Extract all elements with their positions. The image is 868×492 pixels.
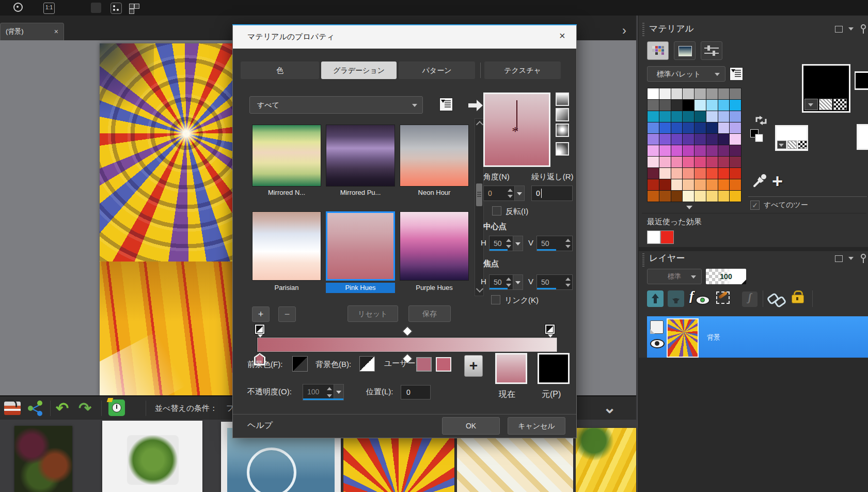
palette-swatch[interactable]: [718, 122, 730, 133]
move-layer-up-button[interactable]: [647, 290, 664, 307]
palette-swatch[interactable]: [671, 145, 683, 156]
palette-swatch[interactable]: [718, 191, 730, 202]
palette-swatch[interactable]: [671, 168, 683, 179]
remove-gradient-button[interactable]: −: [278, 306, 296, 322]
palette-swatch[interactable]: [706, 145, 718, 156]
spinner-arrows-icon[interactable]: [564, 236, 572, 251]
lock-layer-icon[interactable]: [792, 290, 804, 306]
transparency-midpoint-marker[interactable]: [402, 326, 413, 336]
palette-swatch[interactable]: [659, 100, 671, 111]
tray-thumbnail-pattern[interactable]: [457, 437, 573, 492]
scrollbar-thumb[interactable]: [476, 183, 482, 206]
gradient-swatch[interactable]: [252, 211, 321, 281]
layer-row-background[interactable]: 背景: [647, 316, 868, 358]
palette-swatch[interactable]: [671, 134, 683, 145]
pan-icon[interactable]: [13, 3, 23, 12]
gradient-style-rectangular-button[interactable]: [556, 108, 569, 121]
palette-swatch[interactable]: [730, 111, 741, 122]
foreground-material-chip[interactable]: [802, 64, 850, 113]
palette-swatch[interactable]: [695, 157, 706, 167]
panel-menu-icon[interactable]: [848, 257, 854, 260]
layer-thumbnail[interactable]: [667, 318, 699, 358]
gradient-swatch[interactable]: [400, 211, 469, 281]
ok-button[interactable]: OK: [442, 417, 500, 435]
palette-swatch[interactable]: [706, 191, 718, 202]
link-layers-icon[interactable]: [768, 291, 788, 307]
sliders-view-button[interactable]: [701, 41, 722, 60]
save-button[interactable]: 保存: [408, 305, 451, 322]
gradient-preview[interactable]: *: [483, 93, 550, 167]
spinner-arrows-icon[interactable]: [504, 236, 513, 251]
palette-swatch[interactable]: [695, 111, 706, 122]
bg-texture-toggle[interactable]: [787, 141, 797, 149]
palette-swatch[interactable]: [730, 191, 741, 202]
document-tab[interactable]: (背景) ×: [0, 23, 64, 40]
palette-swatch[interactable]: [695, 179, 706, 190]
palette-swatch[interactable]: [718, 111, 730, 122]
edit-selection-icon[interactable]: [716, 291, 737, 309]
invert-checkbox[interactable]: [492, 206, 501, 216]
background-swatch[interactable]: [359, 356, 375, 372]
swap-colors-icon[interactable]: [754, 114, 768, 127]
tab-close-icon[interactable]: ×: [54, 23, 58, 40]
tray-thumbnail-bananas[interactable]: [576, 428, 636, 492]
fg-transparency-toggle[interactable]: [833, 99, 847, 110]
gradient-swatch-selected[interactable]: [326, 211, 395, 281]
palette-swatch[interactable]: [659, 191, 671, 202]
dialog-titlebar[interactable]: マテリアルのプロパティ ×: [233, 25, 576, 49]
gradient-category-dropdown[interactable]: すべて: [249, 96, 423, 114]
repeat-spinner[interactable]: 0: [531, 186, 573, 201]
palette-swatch[interactable]: [706, 134, 718, 145]
spinner-arrows-icon[interactable]: [504, 275, 513, 289]
foreground-swatch[interactable]: [292, 356, 308, 372]
palette-swatch[interactable]: [706, 88, 718, 99]
palette-swatch[interactable]: [683, 157, 694, 167]
layer-opacity-field[interactable]: 100: [706, 269, 746, 284]
redo-icon[interactable]: ↷: [78, 401, 91, 416]
fg-style-dropdown[interactable]: [804, 99, 818, 110]
palette-swatch[interactable]: [730, 88, 741, 99]
palette-swatch[interactable]: [706, 111, 718, 122]
angle-spinner[interactable]: 0: [483, 186, 525, 201]
palette-swatch[interactable]: [730, 134, 741, 145]
palette-swatch[interactable]: [659, 157, 671, 167]
palette-swatch[interactable]: [706, 100, 718, 111]
panel-maximize-icon[interactable]: [835, 255, 843, 262]
background-material-chip[interactable]: [775, 125, 808, 151]
bg-style-dropdown[interactable]: [777, 141, 786, 149]
opacity-spinner[interactable]: 100: [303, 384, 344, 401]
random-icon[interactable]: [111, 3, 122, 14]
center-v-spinner[interactable]: 50: [536, 236, 573, 251]
palette-swatch[interactable]: [648, 191, 659, 202]
palette-dropdown[interactable]: 標準パレット: [647, 66, 725, 82]
palette-swatch[interactable]: [706, 179, 718, 190]
reset-button[interactable]: リセット: [348, 305, 398, 322]
palette-swatch[interactable]: [671, 179, 683, 190]
palette-swatch[interactable]: [671, 191, 683, 202]
tray-thumbnail-leaves[interactable]: [102, 421, 202, 492]
palette-swatch[interactable]: [683, 191, 694, 202]
layer-page-icon[interactable]: [650, 320, 664, 334]
palette-swatch[interactable]: [730, 179, 741, 190]
swatches-view-button[interactable]: [647, 41, 669, 60]
tab-pattern[interactable]: パターン: [399, 62, 475, 79]
tray-collapse-chevron[interactable]: ⌄: [603, 398, 616, 417]
add-palette-icon[interactable]: +: [772, 171, 783, 192]
reset-black-white-icon[interactable]: [750, 129, 764, 143]
gradient-swatch[interactable]: [326, 125, 395, 187]
spinner-dropdown-icon[interactable]: [513, 236, 523, 251]
palette-swatch[interactable]: [659, 179, 671, 190]
palette-swatch[interactable]: [659, 134, 671, 145]
spinner-arrows-icon[interactable]: [564, 275, 572, 289]
palette-swatch[interactable]: [683, 122, 694, 133]
palette-swatch[interactable]: [648, 168, 659, 179]
palette-swatch[interactable]: [695, 100, 706, 111]
add-gradient-button[interactable]: +: [252, 306, 270, 322]
palette-swatch[interactable]: [648, 134, 659, 145]
palette-swatch[interactable]: [659, 168, 671, 179]
palette-swatch[interactable]: [648, 157, 659, 167]
palette-swatch[interactable]: [695, 134, 706, 145]
spinner-dropdown-icon[interactable]: [513, 275, 523, 289]
focal-h-spinner[interactable]: 50: [489, 274, 523, 290]
palette-swatch[interactable]: [695, 145, 706, 156]
